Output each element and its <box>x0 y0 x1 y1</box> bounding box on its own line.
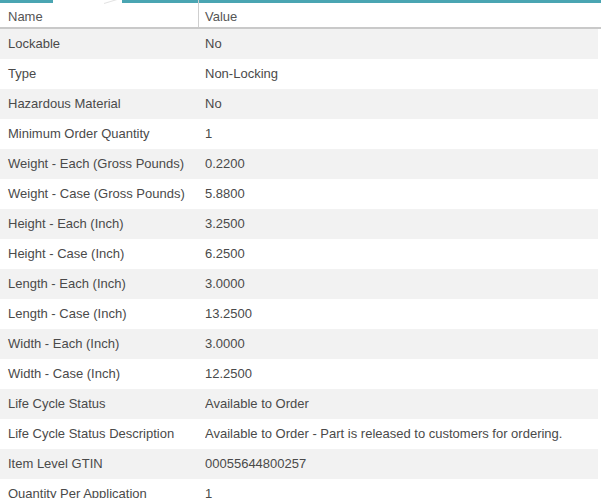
property-name: Height - Case (Inch) <box>8 239 124 269</box>
column-header-name: Name <box>8 4 43 29</box>
tab-underline-right[interactable] <box>122 0 601 3</box>
property-value: Available to Order - Part is released to… <box>205 419 596 449</box>
property-value: Non-Locking <box>205 59 596 89</box>
property-name: Item Level GTIN <box>8 449 103 479</box>
property-name: Width - Case (Inch) <box>8 359 120 389</box>
property-value: Available to Order <box>205 389 596 419</box>
table-row: Weight - Case (Gross Pounds) 5.8800 <box>0 179 598 209</box>
property-name: Type <box>8 59 36 89</box>
table-row: Hazardous Material No <box>0 89 598 119</box>
property-value: 13.2500 <box>205 299 596 329</box>
property-value: 1 <box>205 119 596 149</box>
table-header-row: Name Value <box>0 4 601 29</box>
property-name: Minimum Order Quantity <box>8 119 150 149</box>
property-value: 6.2500 <box>205 239 596 269</box>
table-row: Length - Each (Inch) 3.0000 <box>0 269 598 299</box>
property-value: 0.2200 <box>205 149 596 179</box>
property-value: 3.0000 <box>205 269 596 299</box>
property-value: No <box>205 89 596 119</box>
property-value: 12.2500 <box>205 359 596 389</box>
property-name: Length - Case (Inch) <box>8 299 127 329</box>
property-name: Height - Each (Inch) <box>8 209 124 239</box>
table-row: Lockable No <box>0 29 598 59</box>
property-value: No <box>205 29 596 59</box>
property-name: Width - Each (Inch) <box>8 329 119 359</box>
table-row: Height - Case (Inch) 6.2500 <box>0 239 598 269</box>
property-name: Life Cycle Status Description <box>8 419 174 449</box>
property-name: Lockable <box>8 29 60 59</box>
property-value: 5.8800 <box>205 179 596 209</box>
column-divider <box>198 0 199 27</box>
property-value: 3.0000 <box>205 329 596 359</box>
table-row: Width - Each (Inch) 3.0000 <box>0 329 598 359</box>
property-name: Hazardous Material <box>8 89 121 119</box>
table-row: Quantity Per Application 1 <box>0 479 598 498</box>
column-header-value: Value <box>205 4 237 29</box>
property-name: Length - Each (Inch) <box>8 269 126 299</box>
property-value: 1 <box>205 479 596 498</box>
property-name: Weight - Case (Gross Pounds) <box>8 179 185 209</box>
property-value: 00055644800257 <box>205 449 596 479</box>
property-name: Weight - Each (Gross Pounds) <box>8 149 184 179</box>
tab-underline-left[interactable] <box>0 0 53 3</box>
table-row: Weight - Each (Gross Pounds) 0.2200 <box>0 149 598 179</box>
table-row: Type Non-Locking <box>0 59 598 89</box>
table-row: Length - Case (Inch) 13.2500 <box>0 299 598 329</box>
table-row: Item Level GTIN 00055644800257 <box>0 449 598 479</box>
property-name: Life Cycle Status <box>8 389 106 419</box>
property-value: 3.2500 <box>205 209 596 239</box>
table-row: Width - Case (Inch) 12.2500 <box>0 359 598 389</box>
property-name: Quantity Per Application <box>8 479 147 498</box>
property-table-body: Lockable No Type Non-Locking Hazardous M… <box>0 29 601 498</box>
table-row: Life Cycle Status Description Available … <box>0 419 598 449</box>
table-row: Life Cycle Status Available to Order <box>0 389 598 419</box>
table-row: Height - Each (Inch) 3.2500 <box>0 209 598 239</box>
table-row: Minimum Order Quantity 1 <box>0 119 598 149</box>
